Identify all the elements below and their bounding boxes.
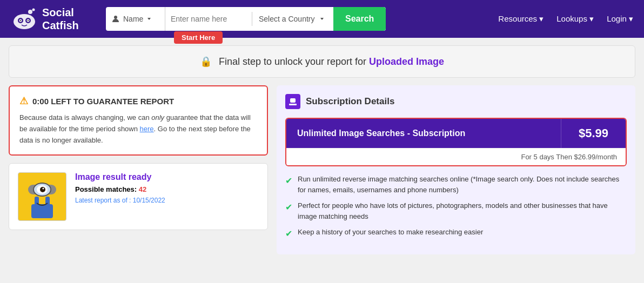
main-content: ⚠ 0:00 LEFT TO GUARANTEE REPORT Because … xyxy=(9,85,635,254)
warning-icon: ⚠ xyxy=(19,95,28,107)
result-box: Image result ready Possible matches: 42 … xyxy=(9,163,268,230)
logo-icon xyxy=(11,5,38,32)
search-bar: Name Select a Country Search xyxy=(106,7,386,31)
timer-title: 0:00 LEFT TO GUARANTEE REPORT xyxy=(32,97,174,106)
date-label: Latest report as of : xyxy=(75,197,131,204)
sub-name-label: Unlimited Image Searches - Subscription xyxy=(297,129,465,138)
start-here-badge: Start Here xyxy=(174,31,223,44)
check-icon-1: ✔ xyxy=(285,174,292,187)
sub-name-area: Unlimited Image Searches - Subscription xyxy=(286,119,561,148)
sub-price-label: $5.99 xyxy=(579,126,608,140)
person-sub-icon xyxy=(289,97,297,106)
feature-text-2: Perfect for people who have lots of pict… xyxy=(298,200,627,221)
search-button[interactable]: Search xyxy=(333,7,386,31)
feature-text-3: Keep a history of your searches to make … xyxy=(298,227,483,238)
timer-box: ⚠ 0:00 LEFT TO GUARANTEE REPORT Because … xyxy=(9,85,268,156)
result-matches: Possible matches: 42 xyxy=(75,185,259,193)
chevron-down-icon-country xyxy=(319,16,325,22)
logo-text: Social Catfish xyxy=(42,6,79,32)
svg-rect-20 xyxy=(289,104,297,105)
check-icon-3: ✔ xyxy=(285,227,292,240)
sub-main-row: Unlimited Image Searches - Subscription … xyxy=(286,119,626,148)
svg-point-17 xyxy=(40,187,45,192)
svg-point-5 xyxy=(20,20,21,21)
matches-count: 42 xyxy=(139,185,146,193)
search-name-input[interactable] xyxy=(165,7,252,31)
person-icon xyxy=(111,15,120,23)
result-date: Latest report as of : 10/15/2022 xyxy=(75,197,259,204)
subscription-title: Subscription Details xyxy=(306,96,394,107)
resources-nav[interactable]: Resources ▾ xyxy=(498,14,544,24)
lock-icon: 🔒 xyxy=(200,56,212,67)
svg-point-7 xyxy=(28,10,32,14)
sub-price-area: $5.99 xyxy=(561,119,626,148)
svg-rect-13 xyxy=(45,197,50,207)
banner-text-pre: Final step to unlock your report for xyxy=(219,56,366,67)
logo-area: Social Catfish xyxy=(11,5,97,32)
subscription-card[interactable]: Unlimited Image Searches - Subscription … xyxy=(285,118,627,166)
feature-item-1: ✔ Run unlimited reverse image matching s… xyxy=(285,174,627,195)
result-image xyxy=(18,172,66,221)
nav-items: Resources ▾ Lookups ▾ Login ▾ xyxy=(498,14,633,24)
svg-point-0 xyxy=(14,14,35,29)
svg-point-18 xyxy=(43,188,44,190)
sub-trial-text: For 5 days Then $26.99/month xyxy=(521,153,617,161)
svg-point-8 xyxy=(32,9,35,11)
check-icon-2: ✔ xyxy=(285,201,292,214)
country-label: Select a Country xyxy=(259,15,315,23)
search-type-dropdown[interactable]: Name xyxy=(106,7,165,31)
features-list: ✔ Run unlimited reverse image matching s… xyxy=(285,174,627,240)
country-dropdown[interactable]: Select a Country xyxy=(252,7,333,31)
matches-label: Possible matches: xyxy=(75,185,137,193)
timer-header: ⚠ 0:00 LEFT TO GUARANTEE REPORT xyxy=(19,95,257,107)
result-info: Image result ready Possible matches: 42 … xyxy=(75,172,259,204)
search-type-label: Name xyxy=(123,15,143,23)
feature-text-1: Run unlimited reverse image matching sea… xyxy=(298,174,627,195)
subscription-icon xyxy=(285,94,300,109)
lookups-nav[interactable]: Lookups ▾ xyxy=(556,14,594,24)
header: Social Catfish Name Select a Country Sea… xyxy=(0,0,644,38)
feature-item-2: ✔ Perfect for people who have lots of pi… xyxy=(285,200,627,221)
sub-trial-row: For 5 days Then $26.99/month xyxy=(286,148,626,165)
chevron-down-icon xyxy=(146,16,152,22)
date-value: 10/15/2022 xyxy=(133,197,165,204)
svg-rect-19 xyxy=(290,98,296,103)
svg-rect-12 xyxy=(35,197,39,207)
banner-text-highlight: Uploaded Image xyxy=(369,56,444,67)
timer-body: Because data is always changing, we can … xyxy=(19,112,257,146)
here-link[interactable]: here xyxy=(140,125,154,133)
svg-rect-11 xyxy=(31,204,53,218)
result-title: Image result ready xyxy=(75,172,259,182)
left-panel: ⚠ 0:00 LEFT TO GUARANTEE REPORT Because … xyxy=(9,85,268,254)
svg-point-6 xyxy=(28,20,29,21)
subscription-header: Subscription Details xyxy=(285,94,627,109)
login-nav[interactable]: Login ▾ xyxy=(607,14,633,24)
svg-point-9 xyxy=(114,16,117,19)
right-panel: Subscription Details Unlimited Image Sea… xyxy=(277,85,635,254)
feature-item-3: ✔ Keep a history of your searches to mak… xyxy=(285,227,627,240)
unlock-banner: 🔒 Final step to unlock your report for U… xyxy=(9,45,635,78)
